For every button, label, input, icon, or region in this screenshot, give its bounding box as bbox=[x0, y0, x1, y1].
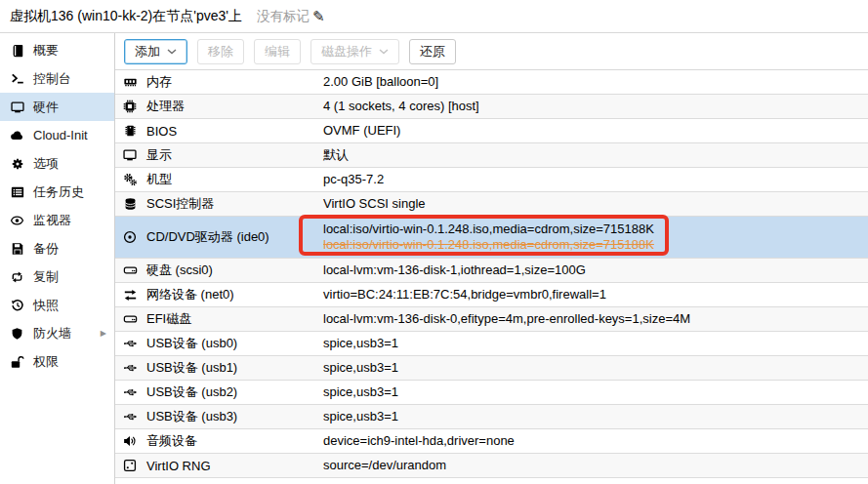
row-key: USB设备 (usb3) bbox=[115, 405, 323, 428]
hardware-row-display[interactable]: 显示默认 bbox=[115, 143, 868, 168]
sidebar-item-firewall[interactable]: 防火墙▶ bbox=[0, 319, 114, 347]
row-key-label: 网络设备 (net0) bbox=[146, 286, 234, 303]
row-value-current: spice,usb3=1 bbox=[323, 336, 868, 351]
row-key-label: BIOS bbox=[146, 124, 177, 139]
sidebar-item-label: 快照 bbox=[33, 297, 59, 314]
button-label: 磁盘操作 bbox=[321, 43, 372, 60]
row-value-current: 4 (1 sockets, 4 cores) [host] bbox=[323, 99, 868, 114]
hardware-row-bios[interactable]: BIOSOVMF (UEFI) bbox=[115, 119, 868, 143]
hardware-row-rng[interactable]: VirtIO RNGsource=/dev/urandom bbox=[115, 454, 868, 478]
no-tags-label: 没有标记 bbox=[257, 8, 310, 25]
row-value: spice,usb3=1 bbox=[323, 381, 868, 404]
chevron-down-icon bbox=[167, 49, 177, 55]
page-title: 虚拟机136 (win10-kk-2)在节点'pve3'上 bbox=[10, 8, 242, 25]
sidebar-item-label: 概要 bbox=[33, 42, 59, 60]
usb-icon bbox=[122, 337, 138, 350]
row-value: OVMF (UEFI) bbox=[323, 119, 868, 142]
row-key-label: 内存 bbox=[146, 73, 172, 91]
row-key: USB设备 (usb0) bbox=[115, 332, 323, 355]
sidebar-item-summary[interactable]: 概要 bbox=[0, 36, 114, 64]
hardware-row-usb1[interactable]: USB设备 (usb1)spice,usb3=1 bbox=[115, 356, 868, 381]
shield-icon bbox=[10, 327, 24, 341]
book-icon bbox=[10, 44, 24, 58]
hardware-row-efidisk[interactable]: EFI磁盘local-lvm:vm-136-disk-0,efitype=4m,… bbox=[115, 307, 868, 332]
row-value-current: device=ich9-intel-hda,driver=none bbox=[323, 433, 868, 449]
button-label: 还原 bbox=[420, 43, 445, 60]
sidebar-item-backup[interactable]: 备份 bbox=[0, 234, 114, 262]
floppy-icon bbox=[10, 242, 24, 256]
hardware-row-audio[interactable]: 音频设备device=ich9-intel-hda,driver=none bbox=[115, 429, 868, 454]
titlebar: 虚拟机136 (win10-kk-2)在节点'pve3'上 没有标记 ✎ bbox=[0, 0, 868, 33]
hardware-row-machine[interactable]: 机型pc-q35-7.2 bbox=[115, 168, 868, 192]
hardware-row-memory[interactable]: 内存2.00 GiB [balloon=0] bbox=[115, 70, 868, 95]
hardware-row-usb0[interactable]: USB设备 (usb0)spice,usb3=1 bbox=[115, 332, 868, 356]
cpu-icon bbox=[122, 100, 138, 113]
row-key: 机型 bbox=[115, 168, 323, 191]
row-key: BIOS bbox=[115, 119, 323, 142]
row-value-current: OVMF (UEFI) bbox=[323, 123, 868, 139]
sidebar-item-label: 复制 bbox=[33, 268, 59, 286]
pve-vm-hardware-page: 虚拟机136 (win10-kk-2)在节点'pve3'上 没有标记 ✎ 概要控… bbox=[0, 0, 868, 484]
row-key-label: EFI磁盘 bbox=[146, 310, 191, 328]
revert-button[interactable]: 还原 bbox=[409, 39, 456, 64]
database-icon bbox=[122, 197, 138, 211]
disk-action-button: 磁盘操作 bbox=[310, 39, 399, 64]
row-key: 音频设备 bbox=[115, 429, 323, 453]
row-key: 网络设备 (net0) bbox=[115, 283, 323, 306]
row-value-current: spice,usb3=1 bbox=[323, 360, 868, 376]
sidebar-item-snapshots[interactable]: 快照 bbox=[0, 291, 114, 319]
gears-icon bbox=[122, 173, 138, 186]
sidebar-item-options[interactable]: 选项 bbox=[0, 149, 114, 178]
toolbar: 添加移除编辑磁盘操作还原 bbox=[115, 33, 868, 70]
hardware-row-usb2[interactable]: USB设备 (usb2)spice,usb3=1 bbox=[115, 381, 868, 405]
sidebar-item-label: 硬件 bbox=[33, 99, 59, 116]
hardware-row-usb3[interactable]: USB设备 (usb3)spice,usb3=1 bbox=[115, 405, 868, 429]
sidebar-item-console[interactable]: 控制台 bbox=[0, 64, 114, 93]
sidebar-item-replication[interactable]: 复制 bbox=[0, 262, 114, 291]
row-value-current: 2.00 GiB [balloon=0] bbox=[323, 74, 868, 90]
row-key: 内存 bbox=[115, 70, 323, 94]
hardware-row-processors[interactable]: 处理器4 (1 sockets, 4 cores) [host] bbox=[115, 95, 868, 119]
sidebar: 概要控制台硬件Cloud-Init选项任务历史监视器备份复制快照防火墙▶权限 bbox=[0, 33, 115, 484]
row-key: 显示 bbox=[115, 143, 323, 167]
row-value-current: source=/dev/urandom bbox=[323, 458, 868, 473]
row-value: spice,usb3=1 bbox=[323, 356, 868, 380]
row-value: source=/dev/urandom bbox=[323, 454, 868, 477]
sidebar-item-task-history[interactable]: 任务历史 bbox=[0, 178, 114, 206]
row-value-current: spice,usb3=1 bbox=[323, 409, 868, 424]
button-label: 编辑 bbox=[265, 43, 290, 60]
row-key-label: USB设备 (usb3) bbox=[146, 408, 237, 425]
usb-icon bbox=[122, 385, 138, 399]
hardware-row-scsihw[interactable]: SCSI控制器VirtIO SCSI single bbox=[115, 192, 868, 217]
row-key-label: USB设备 (usb2) bbox=[146, 383, 237, 401]
row-value: pc-q35-7.2 bbox=[323, 168, 868, 191]
content-area: 概要控制台硬件Cloud-Init选项任务历史监视器备份复制快照防火墙▶权限 添… bbox=[0, 33, 868, 484]
row-value-current: local-lvm:vm-136-disk-0,efitype=4m,pre-e… bbox=[323, 311, 868, 327]
hardware-row-ide0[interactable]: CD/DVD驱动器 (ide0)local:iso/virtio-win-0.1… bbox=[115, 217, 868, 259]
sidebar-item-cloudinit[interactable]: Cloud-Init bbox=[0, 121, 114, 149]
edit-button: 编辑 bbox=[254, 39, 301, 64]
chevron-right-icon: ▶ bbox=[101, 330, 106, 338]
row-key-label: USB设备 (usb1) bbox=[146, 359, 237, 377]
row-key: USB设备 (usb2) bbox=[115, 381, 323, 404]
row-value: spice,usb3=1 bbox=[323, 405, 868, 428]
row-key-label: 音频设备 bbox=[146, 432, 197, 450]
hardware-row-scsi0[interactable]: 硬盘 (scsi0)local-lvm:vm-136-disk-1,iothre… bbox=[115, 259, 868, 283]
dice-icon bbox=[122, 459, 138, 472]
sidebar-item-permissions[interactable]: 权限 bbox=[0, 347, 114, 376]
usb-icon bbox=[122, 361, 138, 375]
unlock-icon bbox=[10, 355, 24, 369]
button-label: 移除 bbox=[208, 43, 233, 60]
list-icon bbox=[10, 185, 24, 199]
sidebar-item-hardware[interactable]: 硬件 bbox=[0, 93, 114, 121]
row-value: 4 (1 sockets, 4 cores) [host] bbox=[323, 95, 868, 118]
sidebar-item-label: 控制台 bbox=[33, 70, 71, 88]
pencil-icon[interactable]: ✎ bbox=[312, 9, 325, 23]
network-icon bbox=[122, 288, 138, 302]
desktop-icon bbox=[10, 101, 24, 114]
row-key-label: USB设备 (usb0) bbox=[146, 335, 237, 352]
remove-button: 移除 bbox=[197, 39, 244, 64]
sidebar-item-monitor[interactable]: 监视器 bbox=[0, 206, 114, 234]
hardware-row-net0[interactable]: 网络设备 (net0)virtio=BC:24:11:EB:7C:54,brid… bbox=[115, 283, 868, 307]
add-button[interactable]: 添加 bbox=[124, 39, 187, 64]
